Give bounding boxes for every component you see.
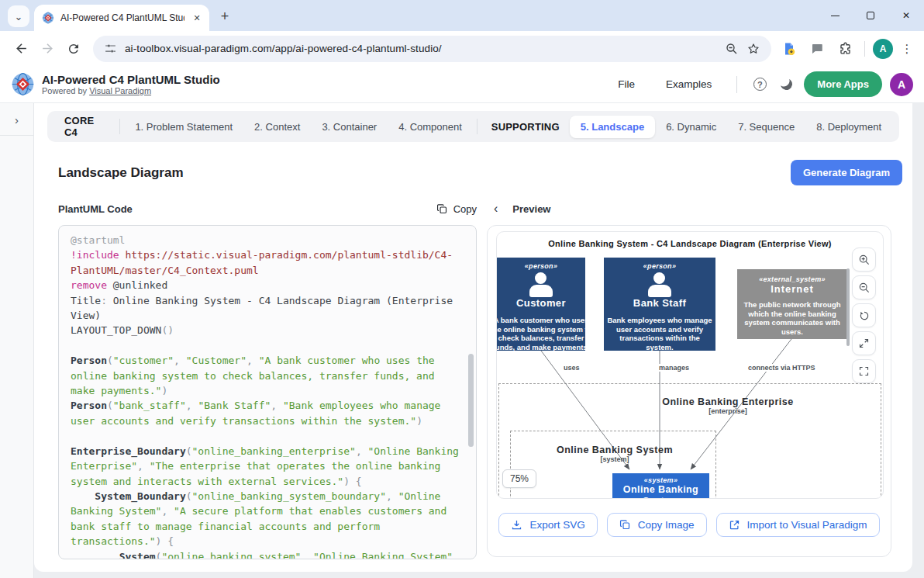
tab-landscape[interactable]: 5. Landscape — [570, 116, 655, 138]
copy-icon — [436, 203, 448, 215]
extensions-button[interactable] — [833, 37, 857, 61]
close-icon: ✕ — [902, 10, 910, 21]
sidebar-expand-button[interactable]: › — [15, 113, 19, 126]
person-icon — [528, 272, 554, 297]
download-extension-button[interactable] — [777, 37, 801, 61]
workspace: › CORE C4 1. Problem Statement 2. Contex… — [0, 103, 924, 578]
fit-to-view-button[interactable] — [852, 331, 876, 355]
reload-icon — [67, 42, 81, 56]
help-icon: ? — [753, 78, 767, 91]
tab-close-icon[interactable]: ✕ — [191, 12, 203, 24]
main-panel: CORE C4 1. Problem Statement 2. Context … — [34, 103, 912, 572]
reset-view-button[interactable] — [852, 303, 876, 327]
new-tab-button[interactable]: + — [214, 5, 236, 27]
minimize-button[interactable] — [817, 0, 853, 31]
bank-staff-person-box: «person» Bank Staff Bank employees who m… — [604, 258, 715, 351]
code-panel-header: PlantUML Code Copy — [58, 199, 477, 218]
diagram-tabbar: CORE C4 1. Problem Statement 2. Context … — [47, 111, 899, 142]
tab-deployment[interactable]: 8. Deployment — [805, 116, 892, 138]
plantuml-code-editor[interactable]: @startuml!include https://static.visual-… — [58, 225, 477, 559]
export-svg-button[interactable]: Export SVG — [498, 513, 597, 537]
fullscreen-icon — [858, 365, 870, 377]
preview-column: ‹ Preview Online Banking System - C4 Lan… — [487, 199, 891, 559]
forward-button[interactable] — [34, 36, 60, 62]
browser-window: ⌄ AI-Powered C4 PlantUML Studio ✕ + ✕ ai… — [0, 0, 924, 578]
tab-component[interactable]: 4. Component — [388, 116, 473, 138]
copy-icon — [619, 519, 631, 531]
tab-context[interactable]: 2. Context — [243, 116, 311, 138]
visual-paradigm-link[interactable]: Visual Paradigm — [89, 86, 151, 95]
preview-actions: Export SVG Copy Image Import to Visual P… — [488, 513, 891, 537]
collapse-preview-button[interactable]: ‹ — [494, 202, 498, 216]
tab-container[interactable]: 3. Container — [311, 116, 388, 138]
maximize-button[interactable] — [853, 0, 888, 31]
user-avatar[interactable]: A — [890, 73, 913, 96]
copy-code-button[interactable]: Copy — [436, 203, 477, 215]
browser-menu-button[interactable]: ⋮ — [898, 42, 916, 56]
close-window-button[interactable]: ✕ — [888, 0, 924, 31]
maximize-icon — [867, 12, 874, 19]
more-apps-button[interactable]: More Apps — [804, 71, 882, 97]
tab-title: AI-Powered C4 PlantUML Studio — [60, 12, 184, 23]
zoom-out-button[interactable] — [852, 275, 876, 299]
zoom-in-icon — [858, 254, 871, 266]
back-button[interactable] — [8, 36, 34, 62]
code-column: PlantUML Code Copy @startuml!include htt… — [58, 199, 477, 559]
download-icon — [511, 519, 522, 531]
help-button[interactable]: ? — [746, 71, 773, 98]
zoom-level-badge: 75% — [502, 469, 536, 488]
browser-toolbar: ai-toolbox.visual-paradigm.com/app/ai-po… — [0, 31, 924, 66]
chevron-down-icon: ⌄ — [15, 11, 23, 22]
tab-dynamic[interactable]: 6. Dynamic — [655, 116, 727, 138]
diagram-canvas[interactable]: Online Banking System - C4 Landscape Dia… — [496, 231, 884, 499]
enterprise-boundary-label: Online Banking Enterprise [enterprise] — [612, 396, 844, 415]
internet-external-system-box: «external_system» Internet The public ne… — [737, 269, 847, 339]
fullscreen-button[interactable] — [852, 359, 876, 383]
app-title: AI-Powered C4 PlantUML Studio — [42, 73, 220, 86]
preview-scrollbar[interactable] — [846, 268, 850, 346]
code-scrollbar[interactable] — [468, 354, 474, 447]
reload-button[interactable] — [60, 36, 87, 62]
bookmark-star-icon[interactable] — [746, 42, 760, 56]
online-banking-system-box: «system» Online Banking System — [612, 473, 709, 499]
zoom-in-button[interactable] — [852, 247, 876, 272]
tab-search-button[interactable]: ⌄ — [8, 5, 29, 27]
comment-icon — [810, 42, 824, 56]
copy-image-button[interactable]: Copy Image — [607, 513, 707, 537]
code-panel-label: PlantUML Code — [58, 203, 133, 215]
tab-sequence[interactable]: 7. Sequence — [727, 116, 805, 138]
puzzle-icon — [838, 41, 853, 56]
address-bar[interactable]: ai-toolbox.visual-paradigm.com/app/ai-po… — [93, 36, 771, 62]
preview-zoom-controls — [852, 247, 876, 383]
app-titles: AI-Powered C4 PlantUML Studio Powered by… — [42, 73, 220, 96]
content-header: Landscape Diagram Generate Diagram — [34, 142, 912, 185]
dark-mode-button[interactable] — [773, 71, 799, 98]
site-info-icon[interactable] — [104, 42, 117, 55]
preview-panel-header: ‹ Preview — [487, 199, 891, 218]
person-icon — [646, 272, 673, 297]
editor-preview-columns: PlantUML Code Copy @startuml!include htt… — [34, 199, 912, 559]
comment-button[interactable] — [805, 37, 829, 61]
minimize-icon — [831, 16, 840, 16]
preview-card: Online Banking System - C4 Landscape Dia… — [487, 225, 891, 557]
visual-paradigm-logo — [11, 72, 35, 96]
edge-label-connects: connects via HTTPS — [746, 364, 817, 372]
system-boundary-label: Online Banking System [system] — [529, 445, 700, 463]
url-text[interactable]: ai-toolbox.visual-paradigm.com/app/ai-po… — [125, 43, 717, 54]
moon-icon — [779, 77, 793, 91]
page-title: Landscape Diagram — [58, 165, 184, 181]
reset-icon — [858, 310, 871, 322]
browser-tabstrip: ⌄ AI-Powered C4 PlantUML Studio ✕ + ✕ — [0, 0, 924, 31]
browser-tab[interactable]: AI-Powered C4 PlantUML Studio ✕ — [34, 5, 209, 31]
menu-file[interactable]: File — [602, 78, 650, 90]
group-label-supporting: SUPPORTING — [481, 121, 570, 133]
group-label-core: CORE C4 — [54, 115, 116, 138]
generate-diagram-button[interactable]: Generate Diagram — [791, 160, 902, 185]
external-link-icon — [729, 519, 740, 531]
tab-problem-statement[interactable]: 1. Problem Statement — [124, 116, 243, 138]
zoom-out-page-icon[interactable] — [725, 42, 739, 56]
menu-examples[interactable]: Examples — [650, 78, 727, 90]
browser-profile-avatar[interactable]: A — [873, 39, 893, 59]
import-to-visual-paradigm-button[interactable]: Import to Visual Paradigm — [716, 513, 880, 537]
zoom-out-icon — [858, 282, 871, 294]
